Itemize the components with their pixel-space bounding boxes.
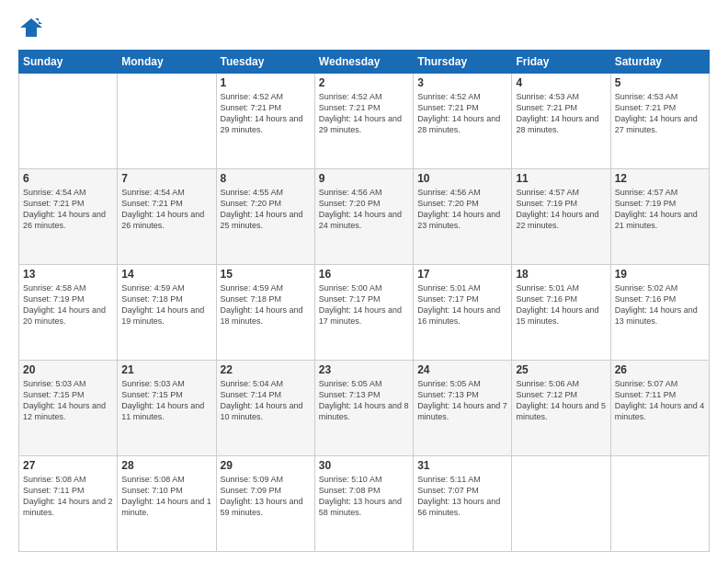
- logo: [18, 15, 46, 40]
- day-info: Sunrise: 4:59 AM Sunset: 7:18 PM Dayligh…: [221, 282, 311, 327]
- day-info: Sunrise: 4:57 AM Sunset: 7:19 PM Dayligh…: [615, 187, 705, 232]
- day-number: 25: [516, 363, 606, 376]
- day-number: 6: [23, 172, 113, 185]
- day-number: 18: [516, 268, 606, 281]
- day-info: Sunrise: 5:06 AM Sunset: 7:12 PM Dayligh…: [516, 378, 606, 423]
- day-info: Sunrise: 5:09 AM Sunset: 7:09 PM Dayligh…: [221, 474, 311, 519]
- day-info: Sunrise: 5:07 AM Sunset: 7:11 PM Dayligh…: [615, 378, 705, 423]
- calendar-cell: 21Sunrise: 5:03 AM Sunset: 7:15 PM Dayli…: [118, 361, 216, 456]
- day-number: 16: [319, 268, 409, 281]
- calendar-cell: 16Sunrise: 5:00 AM Sunset: 7:17 PM Dayli…: [314, 265, 413, 361]
- calendar-cell: 5Sunrise: 4:53 AM Sunset: 7:21 PM Daylig…: [610, 74, 709, 169]
- calendar-cell: 30Sunrise: 5:10 AM Sunset: 7:08 PM Dayli…: [314, 456, 413, 552]
- weekday-header-sunday: Sunday: [19, 51, 118, 74]
- logo-icon: [18, 15, 44, 40]
- day-number: 9: [319, 172, 409, 185]
- day-info: Sunrise: 4:52 AM Sunset: 7:21 PM Dayligh…: [221, 91, 311, 136]
- weekday-header-wednesday: Wednesday: [314, 51, 413, 74]
- day-info: Sunrise: 4:53 AM Sunset: 7:21 PM Dayligh…: [516, 91, 606, 136]
- calendar-cell: 20Sunrise: 5:03 AM Sunset: 7:15 PM Dayli…: [19, 361, 118, 456]
- day-info: Sunrise: 5:08 AM Sunset: 7:11 PM Dayligh…: [23, 474, 113, 519]
- calendar-week-row: 27Sunrise: 5:08 AM Sunset: 7:11 PM Dayli…: [19, 456, 710, 552]
- day-info: Sunrise: 5:03 AM Sunset: 7:15 PM Dayligh…: [23, 378, 113, 423]
- calendar-cell: 17Sunrise: 5:01 AM Sunset: 7:17 PM Dayli…: [414, 265, 512, 361]
- calendar-cell: [512, 456, 610, 552]
- day-number: 8: [221, 172, 311, 185]
- day-info: Sunrise: 5:03 AM Sunset: 7:15 PM Dayligh…: [121, 378, 211, 423]
- day-info: Sunrise: 4:56 AM Sunset: 7:20 PM Dayligh…: [319, 187, 409, 232]
- calendar-cell: 18Sunrise: 5:01 AM Sunset: 7:16 PM Dayli…: [512, 265, 610, 361]
- weekday-header-monday: Monday: [118, 51, 216, 74]
- calendar-cell: 24Sunrise: 5:05 AM Sunset: 7:13 PM Dayli…: [414, 361, 512, 456]
- day-number: 19: [615, 268, 705, 281]
- day-number: 10: [417, 172, 507, 185]
- calendar-cell: 23Sunrise: 5:05 AM Sunset: 7:13 PM Dayli…: [314, 361, 413, 456]
- calendar-cell: [610, 456, 709, 552]
- calendar-cell: 10Sunrise: 4:56 AM Sunset: 7:20 PM Dayli…: [414, 169, 512, 265]
- day-info: Sunrise: 4:56 AM Sunset: 7:20 PM Dayligh…: [417, 187, 507, 232]
- day-number: 15: [221, 268, 311, 281]
- day-number: 27: [23, 459, 113, 472]
- day-number: 24: [417, 363, 507, 376]
- weekday-header-saturday: Saturday: [610, 51, 709, 74]
- day-info: Sunrise: 5:08 AM Sunset: 7:10 PM Dayligh…: [121, 474, 211, 519]
- day-info: Sunrise: 4:53 AM Sunset: 7:21 PM Dayligh…: [615, 91, 705, 136]
- day-number: 13: [23, 268, 113, 281]
- day-number: 2: [319, 76, 409, 89]
- weekday-header-thursday: Thursday: [414, 51, 512, 74]
- calendar-cell: 19Sunrise: 5:02 AM Sunset: 7:16 PM Dayli…: [610, 265, 709, 361]
- day-number: 30: [319, 459, 409, 472]
- day-number: 26: [615, 363, 705, 376]
- calendar-cell: 4Sunrise: 4:53 AM Sunset: 7:21 PM Daylig…: [512, 74, 610, 169]
- day-info: Sunrise: 4:54 AM Sunset: 7:21 PM Dayligh…: [121, 187, 211, 232]
- weekday-header-tuesday: Tuesday: [216, 51, 314, 74]
- calendar-cell: 29Sunrise: 5:09 AM Sunset: 7:09 PM Dayli…: [216, 456, 314, 552]
- day-number: 11: [516, 172, 606, 185]
- calendar-cell: 28Sunrise: 5:08 AM Sunset: 7:10 PM Dayli…: [118, 456, 216, 552]
- day-info: Sunrise: 5:00 AM Sunset: 7:17 PM Dayligh…: [319, 282, 409, 327]
- day-number: 5: [615, 76, 705, 89]
- day-info: Sunrise: 5:11 AM Sunset: 7:07 PM Dayligh…: [417, 474, 507, 519]
- calendar-body: 1Sunrise: 4:52 AM Sunset: 7:21 PM Daylig…: [19, 74, 710, 552]
- day-number: 28: [121, 459, 211, 472]
- calendar-cell: 14Sunrise: 4:59 AM Sunset: 7:18 PM Dayli…: [118, 265, 216, 361]
- calendar-cell: 1Sunrise: 4:52 AM Sunset: 7:21 PM Daylig…: [216, 74, 314, 169]
- calendar-cell: 9Sunrise: 4:56 AM Sunset: 7:20 PM Daylig…: [314, 169, 413, 265]
- calendar-cell: 2Sunrise: 4:52 AM Sunset: 7:21 PM Daylig…: [314, 74, 413, 169]
- day-info: Sunrise: 4:59 AM Sunset: 7:18 PM Dayligh…: [121, 282, 211, 327]
- day-info: Sunrise: 5:01 AM Sunset: 7:16 PM Dayligh…: [516, 282, 606, 327]
- calendar-cell: [118, 74, 216, 169]
- calendar-cell: 7Sunrise: 4:54 AM Sunset: 7:21 PM Daylig…: [118, 169, 216, 265]
- day-info: Sunrise: 4:55 AM Sunset: 7:20 PM Dayligh…: [221, 187, 311, 232]
- day-number: 21: [121, 363, 211, 376]
- calendar-week-row: 13Sunrise: 4:58 AM Sunset: 7:19 PM Dayli…: [19, 265, 710, 361]
- calendar-week-row: 1Sunrise: 4:52 AM Sunset: 7:21 PM Daylig…: [19, 74, 710, 169]
- day-info: Sunrise: 5:04 AM Sunset: 7:14 PM Dayligh…: [221, 378, 311, 423]
- calendar-cell: 6Sunrise: 4:54 AM Sunset: 7:21 PM Daylig…: [19, 169, 118, 265]
- calendar-table: SundayMondayTuesdayWednesdayThursdayFrid…: [18, 50, 710, 552]
- calendar-cell: 8Sunrise: 4:55 AM Sunset: 7:20 PM Daylig…: [216, 169, 314, 265]
- calendar-cell: 13Sunrise: 4:58 AM Sunset: 7:19 PM Dayli…: [19, 265, 118, 361]
- day-info: Sunrise: 5:02 AM Sunset: 7:16 PM Dayligh…: [615, 282, 705, 327]
- day-info: Sunrise: 4:54 AM Sunset: 7:21 PM Dayligh…: [23, 187, 113, 232]
- calendar-cell: 26Sunrise: 5:07 AM Sunset: 7:11 PM Dayli…: [610, 361, 709, 456]
- calendar-cell: 22Sunrise: 5:04 AM Sunset: 7:14 PM Dayli…: [216, 361, 314, 456]
- day-info: Sunrise: 5:05 AM Sunset: 7:13 PM Dayligh…: [417, 378, 507, 423]
- day-number: 4: [516, 76, 606, 89]
- day-info: Sunrise: 4:52 AM Sunset: 7:21 PM Dayligh…: [319, 91, 409, 136]
- calendar-cell: 15Sunrise: 4:59 AM Sunset: 7:18 PM Dayli…: [216, 265, 314, 361]
- calendar-week-row: 6Sunrise: 4:54 AM Sunset: 7:21 PM Daylig…: [19, 169, 710, 265]
- day-number: 17: [417, 268, 507, 281]
- calendar-cell: 11Sunrise: 4:57 AM Sunset: 7:19 PM Dayli…: [512, 169, 610, 265]
- calendar-cell: [19, 74, 118, 169]
- calendar-week-row: 20Sunrise: 5:03 AM Sunset: 7:15 PM Dayli…: [19, 361, 710, 456]
- day-number: 3: [417, 76, 507, 89]
- calendar-header-row: SundayMondayTuesdayWednesdayThursdayFrid…: [19, 51, 710, 74]
- day-info: Sunrise: 5:10 AM Sunset: 7:08 PM Dayligh…: [319, 474, 409, 519]
- calendar-cell: 27Sunrise: 5:08 AM Sunset: 7:11 PM Dayli…: [19, 456, 118, 552]
- day-number: 31: [417, 459, 507, 472]
- day-info: Sunrise: 4:52 AM Sunset: 7:21 PM Dayligh…: [417, 91, 507, 136]
- weekday-header-friday: Friday: [512, 51, 610, 74]
- day-number: 22: [221, 363, 311, 376]
- calendar-cell: 3Sunrise: 4:52 AM Sunset: 7:21 PM Daylig…: [414, 74, 512, 169]
